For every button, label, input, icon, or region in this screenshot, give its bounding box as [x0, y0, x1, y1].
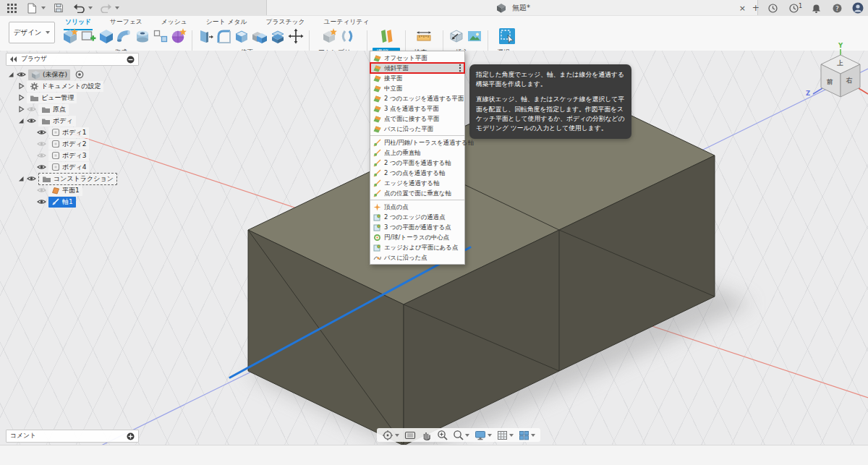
construct-menu-item-8[interactable]: 円柱/円錐/トーラスを通過する軸 [370, 137, 464, 148]
redo-button[interactable] [98, 1, 119, 16]
add-comment-icon[interactable] [127, 432, 135, 440]
visibility-eye-icon[interactable] [37, 163, 46, 171]
browser-header[interactable]: ブラウザ [6, 53, 139, 66]
extrude-icon[interactable] [98, 28, 114, 44]
component-icon[interactable] [321, 28, 337, 44]
expander-closed-icon[interactable] [17, 82, 25, 90]
fillet-icon[interactable] [216, 28, 231, 44]
split-icon[interactable] [270, 28, 286, 44]
user-avatar[interactable] [851, 1, 865, 16]
tree-node-chip[interactable]: 原点 [38, 104, 69, 115]
visibility-eye-icon[interactable] [37, 129, 46, 136]
cube-star-icon[interactable] [62, 28, 78, 44]
visibility-eye-off-icon[interactable] [37, 187, 46, 194]
construct-menu-item-11[interactable]: 2 つの点を通過する軸 [370, 168, 464, 178]
tree-row-原点[interactable]: 原点 [6, 103, 139, 115]
select-icon[interactable] [498, 27, 516, 45]
app-grid-icon[interactable] [4, 1, 19, 16]
more-options-icon[interactable] [459, 64, 461, 72]
zoomplus-icon[interactable] [435, 430, 449, 440]
pattern-icon[interactable] [153, 28, 169, 44]
move-icon[interactable] [288, 28, 304, 44]
visibility-eye-icon[interactable] [37, 198, 46, 205]
tree-row-ボディ3[interactable]: ボディ3 [6, 150, 139, 161]
construct-menu-item-1[interactable]: 傾斜平面 [370, 63, 464, 73]
tree-row-ボディ4[interactable]: ボディ4 [6, 161, 139, 173]
construct-menu-item-19[interactable]: パスに沿った点 [370, 252, 464, 263]
tree-node-chip[interactable]: 平面1 [48, 185, 82, 196]
notifications-bell-icon[interactable] [809, 1, 823, 16]
insert-icon[interactable] [448, 28, 464, 44]
construct-menu-item-5[interactable]: 3 点を通過する平面 [370, 103, 464, 114]
construct-menu-item-6[interactable]: 点で面に接する平面 [370, 114, 464, 124]
tree-row-ボディ2[interactable]: ボディ2 [6, 138, 139, 150]
tree-row-ドキュメントの設定[interactable]: ドキュメントの設定 [6, 80, 139, 92]
shell-icon[interactable] [234, 28, 250, 44]
zoomwin-icon[interactable] [451, 430, 471, 440]
undo-button[interactable] [72, 1, 93, 16]
expander-open-icon[interactable] [17, 175, 25, 182]
document-tab[interactable]: 無題* [266, 0, 758, 15]
visibility-eye-off-icon[interactable] [27, 106, 36, 113]
tree-row-ボディ[interactable]: ボディ [6, 115, 139, 127]
viewcube-top-face[interactable]: 上 [837, 59, 843, 68]
collapse-arrows-icon[interactable] [10, 56, 17, 62]
construct-icon[interactable] [378, 28, 394, 44]
active-document-radio[interactable] [75, 70, 84, 79]
view-cube[interactable]: 上 前 右 Y Z X [799, 43, 868, 119]
construct-menu-item-3[interactable]: 中立面 [370, 83, 464, 93]
tree-node-chip[interactable]: ボディ1 [48, 127, 89, 138]
construct-menu-item-4[interactable]: 2 つのエッジを通過する平面 [370, 93, 464, 103]
construct-menu-item-15[interactable]: 2 つのエッジの通過点 [370, 212, 464, 222]
display-icon[interactable] [473, 430, 493, 440]
tree-row-ビュー管理[interactable]: ビュー管理 [6, 92, 139, 103]
history-clock-icon[interactable] [766, 1, 780, 16]
construct-menu-item-9[interactable]: 点上の垂直軸 [370, 148, 464, 158]
tree-row-(未保存)[interactable]: (未保存) [6, 69, 139, 80]
tree-row-ボディ1[interactable]: ボディ1 [6, 127, 139, 138]
construct-menu-item-12[interactable]: エッジを通過する軸 [370, 178, 464, 188]
pan-icon[interactable] [420, 430, 433, 440]
comments-header[interactable]: コメント [6, 430, 139, 443]
viewports-icon[interactable] [517, 430, 537, 440]
tree-node-chip[interactable]: ボディ4 [48, 162, 89, 173]
close-tab-button[interactable]: × [739, 4, 746, 13]
browser-options-icon[interactable] [127, 56, 135, 64]
tree-row-平面1[interactable]: 平面1 [6, 184, 139, 196]
tree-node-chip[interactable]: ドキュメントの設定 [27, 81, 103, 92]
sweep-icon[interactable] [116, 28, 132, 44]
new-tab-button[interactable]: + [752, 3, 760, 13]
sketch-icon[interactable] [80, 28, 96, 44]
lookat-icon[interactable] [403, 430, 417, 440]
tree-node-chip[interactable]: ボディ [38, 116, 76, 127]
viewcube-front-face[interactable]: 前 [827, 78, 833, 87]
tree-node-chip[interactable]: ボディ3 [48, 150, 89, 161]
expander-closed-icon[interactable] [17, 94, 25, 101]
workspace-selector[interactable]: デザイン [9, 22, 55, 43]
job-status-button[interactable]: 1 [787, 1, 802, 16]
construct-menu-item-14[interactable]: 頂点の点 [370, 202, 464, 212]
construct-menu-item-0[interactable]: オフセット平面 [370, 53, 464, 63]
gridmini-icon[interactable] [495, 430, 515, 440]
viewcube-right-face[interactable]: 右 [846, 77, 853, 85]
help-icon[interactable]: ? [830, 1, 844, 16]
construct-menu-item-7[interactable]: パスに沿った平面 [370, 124, 464, 134]
visibility-eye-off-icon[interactable] [37, 152, 46, 159]
visibility-eye-icon[interactable] [27, 175, 36, 182]
tree-node-chip[interactable]: (未保存) [28, 69, 70, 80]
measure-icon[interactable] [416, 28, 432, 44]
visibility-eye-icon[interactable] [27, 117, 36, 124]
view-cube-graphic[interactable] [799, 43, 868, 119]
combine-icon[interactable] [252, 28, 268, 44]
hole-icon[interactable] [135, 28, 150, 44]
construct-menu-item-10[interactable]: 2 つの平面を通過する軸 [370, 158, 464, 168]
expander-closed-icon[interactable] [17, 106, 25, 113]
tree-node-chip[interactable]: 軸1 [48, 197, 76, 208]
joint-icon[interactable] [339, 28, 355, 44]
construct-menu-item-18[interactable]: エッジおよび平面にある点 [370, 242, 464, 252]
visibility-eye-icon[interactable] [17, 71, 26, 78]
expander-open-icon[interactable] [17, 117, 25, 124]
tree-node-chip[interactable]: コンストラクション [38, 173, 117, 185]
tree-row-軸1[interactable]: 軸1 [6, 196, 139, 208]
expander-open-icon[interactable] [7, 71, 14, 78]
